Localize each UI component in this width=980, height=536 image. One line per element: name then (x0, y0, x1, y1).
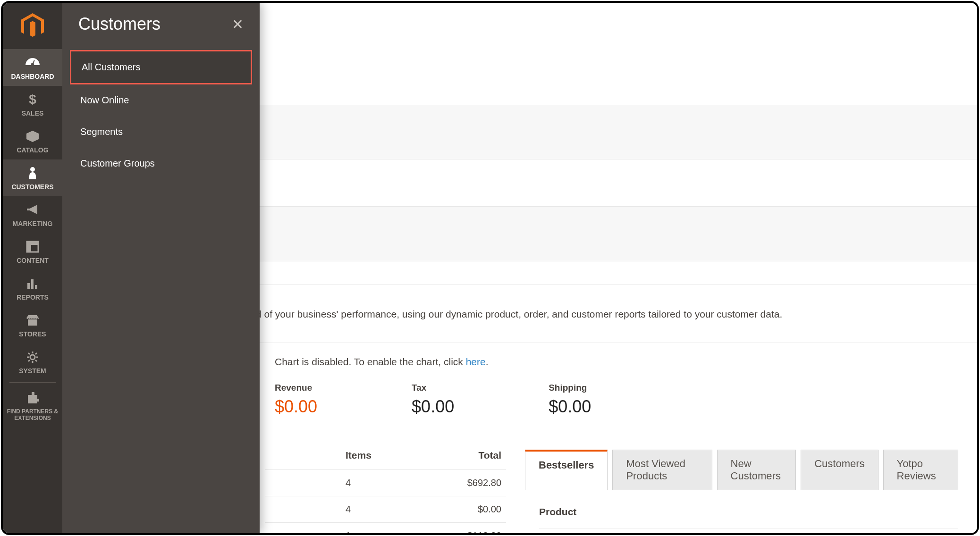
cell-items: 1 (346, 530, 426, 535)
sidebar-item-label: SALES (22, 109, 44, 117)
sidebar-item-label: REPORTS (17, 293, 49, 301)
layout-icon (24, 240, 41, 254)
sidebar-item-label: SYSTEM (19, 367, 46, 375)
sidebar-item-label: FIND PARTNERS & EXTENSIONS (5, 408, 60, 422)
gear-icon (24, 350, 41, 364)
sidebar-item-label: CONTENT (17, 257, 49, 264)
metric-shipping: Shipping $0.00 (549, 383, 591, 417)
metric-tax: Tax $0.00 (412, 383, 454, 417)
svg-text:$: $ (29, 92, 36, 107)
box-icon (24, 129, 41, 143)
metric-value: $0.00 (275, 397, 317, 417)
sidebar-item-label: MARKETING (13, 220, 53, 227)
flyout-item-label: Customer Groups (80, 158, 155, 168)
svg-rect-5 (27, 242, 38, 245)
store-icon (24, 313, 41, 327)
flyout-item-customer-groups[interactable]: Customer Groups (70, 148, 252, 179)
table-row[interactable]: 4 $0.00 (265, 496, 506, 522)
sidebar-item-catalog[interactable]: CATALOG (3, 123, 62, 159)
flyout-title: Customers (78, 14, 161, 34)
puzzle-icon (24, 391, 41, 405)
desc-text: d of your business' performance, using o… (256, 309, 782, 319)
sidebar-item-label: CATALOG (17, 146, 48, 154)
flyout-item-segments[interactable]: Segments (70, 116, 252, 148)
sidebar-item-sales[interactable]: $ SALES (3, 86, 62, 123)
nav-separator (9, 382, 56, 383)
svg-line-17 (35, 360, 37, 361)
magento-logo[interactable] (3, 3, 62, 49)
tab-customers[interactable]: Customers (801, 450, 878, 490)
sidebar-item-label: CUSTOMERS (11, 183, 53, 191)
svg-line-18 (35, 353, 37, 354)
col-header-items: Items (346, 450, 426, 461)
flyout-item-now-online[interactable]: Now Online (70, 84, 252, 116)
sidebar-item-stores[interactable]: STORES (3, 307, 62, 343)
chart-notice-suffix: . (486, 356, 489, 367)
svg-rect-9 (35, 285, 37, 289)
sidebar-item-customers[interactable]: CUSTOMERS (3, 159, 62, 196)
person-icon (24, 166, 41, 180)
cell-items: 4 (346, 504, 426, 515)
metric-revenue: Revenue $0.00 (275, 383, 317, 417)
bars-icon (24, 276, 41, 291)
customers-flyout: Customers ✕ All Customers Now Online Seg… (62, 3, 260, 533)
metric-value: $0.00 (549, 397, 591, 417)
orders-summary-table: Items Total 4 $692.80 4 $0.00 1 $110.00 (265, 450, 506, 535)
enable-chart-link[interactable]: here (466, 356, 486, 367)
tab-bestsellers[interactable]: Bestsellers (525, 450, 608, 490)
sidebar-item-partners[interactable]: FIND PARTNERS & EXTENSIONS (3, 385, 62, 427)
bestsellers-panel: Product Radiant Tee-XS-Blue Push It Mess… (525, 490, 958, 535)
metric-label: Revenue (275, 383, 317, 393)
svg-rect-10 (28, 319, 37, 326)
flyout-item-label: All Customers (82, 62, 140, 72)
close-icon[interactable]: ✕ (232, 16, 244, 33)
dollar-icon: $ (24, 92, 41, 107)
sidebar-item-marketing[interactable]: MARKETING (3, 196, 62, 233)
table-row[interactable]: 4 $692.80 (265, 469, 506, 496)
tab-new-customers[interactable]: New Customers (717, 450, 796, 490)
megaphone-icon (24, 203, 41, 217)
cell-total: $110.00 (426, 530, 501, 535)
col-header-total: Total (426, 450, 501, 461)
svg-line-16 (28, 353, 30, 354)
sidebar-item-reports[interactable]: REPORTS (3, 270, 62, 307)
cell-total: $692.80 (426, 477, 501, 488)
cell-items: 4 (346, 477, 426, 488)
sidebar-item-label: STORES (19, 330, 46, 338)
metric-label: Tax (412, 383, 454, 393)
svg-rect-8 (31, 279, 34, 289)
tab-most-viewed[interactable]: Most Viewed Products (612, 450, 712, 490)
svg-point-11 (30, 355, 35, 360)
flyout-item-all-customers[interactable]: All Customers (70, 50, 252, 84)
flyout-item-label: Segments (80, 126, 123, 137)
metric-label: Shipping (549, 383, 591, 393)
dashboard-tabs: Bestsellers Most Viewed Products New Cus… (525, 450, 958, 490)
table-row[interactable]: 1 $110.00 (265, 522, 506, 535)
sidebar-item-dashboard[interactable]: DASHBOARD (3, 49, 62, 86)
svg-rect-7 (27, 283, 30, 289)
col-header-product: Product (539, 506, 958, 528)
flyout-item-label: Now Online (80, 95, 129, 105)
metric-value: $0.00 (412, 397, 454, 417)
tab-yotpo[interactable]: Yotpo Reviews (883, 450, 958, 490)
sidebar-item-content[interactable]: CONTENT (3, 233, 62, 270)
magento-logo-icon (21, 13, 44, 39)
admin-sidebar: DASHBOARD $ SALES CATALOG CUSTOMERS MARK… (3, 3, 62, 533)
gauge-icon (24, 56, 41, 70)
sidebar-item-label: DASHBOARD (11, 73, 54, 80)
sidebar-item-system[interactable]: SYSTEM (3, 343, 62, 380)
svg-line-19 (28, 360, 30, 361)
product-row[interactable]: Radiant Tee-XS-Blue (539, 528, 958, 535)
svg-point-3 (30, 167, 35, 172)
cell-total: $0.00 (426, 504, 501, 515)
svg-rect-6 (27, 245, 31, 252)
chart-notice-prefix: Chart is disabled. To enable the chart, … (275, 356, 466, 367)
